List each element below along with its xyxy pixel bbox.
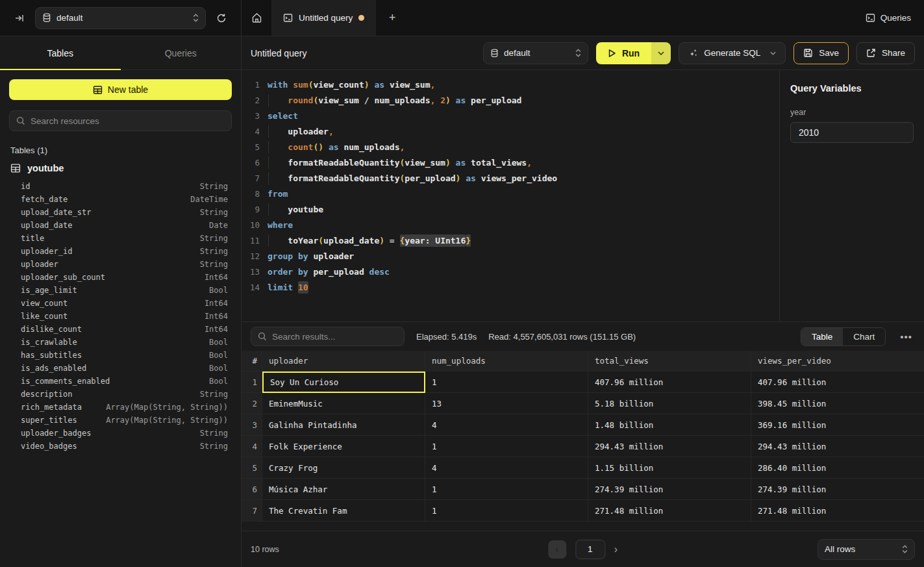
table-column[interactable]: upload_dateDate <box>9 219 232 232</box>
editor-line: 5 count() as num_uploads, <box>242 139 779 155</box>
data-cell[interactable]: Soy Un Curioso <box>262 372 425 393</box>
queries-button[interactable]: Queries <box>866 13 911 23</box>
data-cell[interactable]: 274.39 million <box>751 479 924 500</box>
data-cell[interactable]: Música Azhar <box>262 479 425 500</box>
refresh-icon[interactable] <box>212 9 231 27</box>
table-column[interactable]: idString <box>9 180 232 193</box>
unsaved-changes-dot <box>358 15 364 21</box>
save-button-label: Save <box>819 48 839 58</box>
sql-editor[interactable]: 1with sum(view_count) as view_sum,2 roun… <box>242 70 779 321</box>
share-button[interactable]: Share <box>856 42 915 64</box>
table-column[interactable]: is_comments_enabledBool <box>9 375 232 388</box>
results-header-cell[interactable]: total_views <box>588 351 751 372</box>
collapse-sidebar-icon[interactable] <box>10 9 29 27</box>
data-cell[interactable]: 4 <box>425 457 588 479</box>
data-cell[interactable]: The Crevatin Fam <box>262 500 425 522</box>
generate-sql-label: Generate SQL <box>704 48 760 58</box>
table-column[interactable]: titleString <box>9 232 232 245</box>
view-toggle-table[interactable]: Table <box>801 328 843 346</box>
tab-untitled-query[interactable]: Untitled query <box>271 0 376 36</box>
table-column[interactable]: has_subtitlesBool <box>9 349 232 362</box>
data-cell[interactable]: 286.40 million <box>751 457 924 479</box>
table-column[interactable]: like_countInt64 <box>9 310 232 323</box>
data-cell[interactable]: 1 <box>425 372 588 393</box>
table-column[interactable]: descriptionString <box>9 388 232 401</box>
data-cell[interactable]: 271.48 million <box>751 500 924 522</box>
data-cell[interactable]: 5.18 billion <box>588 393 751 414</box>
data-cell[interactable]: 294.43 million <box>588 436 751 457</box>
results-more-button[interactable]: ••• <box>897 331 915 342</box>
view-toggle-chart[interactable]: Chart <box>843 328 885 346</box>
column-name: is_ads_enabled <box>21 364 86 373</box>
variable-name-label: year <box>790 108 914 117</box>
query-variables-panel: Query Variables year <box>779 70 924 321</box>
topbar: default Untitled query + <box>0 0 924 36</box>
data-cell[interactable]: 398.45 million <box>751 393 924 414</box>
variable-year-input[interactable] <box>790 122 914 143</box>
run-button[interactable]: Run <box>596 42 651 64</box>
results-header-cell[interactable]: # <box>242 351 262 372</box>
data-cell[interactable]: 294.43 million <box>751 436 924 457</box>
results-header-cell[interactable]: uploader <box>262 351 425 372</box>
new-tab-button[interactable]: + <box>376 0 408 36</box>
data-cell[interactable]: 1 <box>425 436 588 457</box>
current-page[interactable]: 1 <box>575 540 605 559</box>
resource-search-input[interactable] <box>31 116 225 126</box>
editor-line: 12group by uploader <box>242 248 779 264</box>
table-column[interactable]: super_titlesArray(Map(String, String)) <box>9 414 232 427</box>
code-text: order by per_upload desc <box>260 267 390 277</box>
data-cell[interactable]: 1 <box>425 479 588 500</box>
table-column[interactable]: view_countInt64 <box>9 297 232 310</box>
table-column[interactable]: upload_date_strString <box>9 206 232 219</box>
data-cell[interactable]: 274.39 million <box>588 479 751 500</box>
data-cell[interactable]: 13 <box>425 393 588 414</box>
table-column[interactable]: is_age_limitBool <box>9 284 232 297</box>
data-cell[interactable]: 1 <box>425 500 588 522</box>
data-cell[interactable]: Folk Experience <box>262 436 425 457</box>
next-page-button[interactable]: › <box>614 544 618 555</box>
table-column[interactable]: uploader_sub_countInt64 <box>9 271 232 284</box>
prev-page-button[interactable]: ‹ <box>548 540 566 559</box>
generate-sql-button[interactable]: Generate SQL <box>679 42 786 64</box>
table-column[interactable]: uploader_badgesString <box>9 427 232 440</box>
save-button[interactable]: Save <box>793 42 849 64</box>
updown-chevron-icon <box>902 545 908 553</box>
results-search-input[interactable] <box>272 332 397 342</box>
data-cell[interactable]: 369.16 million <box>751 414 924 436</box>
terminal-icon <box>283 13 293 23</box>
data-cell[interactable]: Crazy Frog <box>262 457 425 479</box>
data-cell[interactable]: 407.96 million <box>751 372 924 393</box>
column-name: is_comments_enabled <box>21 377 110 386</box>
table-column[interactable]: video_badgesString <box>9 440 232 453</box>
table-column[interactable]: is_crawlableBool <box>9 336 232 349</box>
results-header-cell[interactable]: num_uploads <box>425 351 588 372</box>
database-selector[interactable]: default <box>35 7 206 29</box>
results-header-cell[interactable]: views_per_video <box>751 351 924 372</box>
data-cell[interactable]: 407.96 million <box>588 372 751 393</box>
data-cell[interactable]: 1.15 billion <box>588 457 751 479</box>
new-table-button[interactable]: New table <box>9 79 232 100</box>
sidebar-tab-tables[interactable]: Tables <box>0 36 121 69</box>
column-name: dislike_count <box>21 325 82 334</box>
sidebar-tab-queries[interactable]: Queries <box>121 36 242 69</box>
table-entry-youtube[interactable]: youtube <box>10 163 232 173</box>
data-cell[interactable]: Galinha Pintadinha <box>262 414 425 436</box>
table-column[interactable]: rich_metadataArray(Map(String, String)) <box>9 401 232 414</box>
table-column[interactable]: fetch_dateDateTime <box>9 193 232 206</box>
page-size-selector[interactable]: All rows <box>818 539 915 560</box>
table-column[interactable]: uploader_idString <box>9 245 232 258</box>
line-number: 14 <box>242 283 260 292</box>
table-column[interactable]: dislike_countInt64 <box>9 323 232 336</box>
data-cell[interactable]: EminemMusic <box>262 393 425 414</box>
column-type: String <box>200 247 228 256</box>
data-cell[interactable]: 271.48 million <box>588 500 751 522</box>
table-column[interactable]: is_ads_enabledBool <box>9 362 232 375</box>
data-cell[interactable]: 1.48 billion <box>588 414 751 436</box>
toolbar-database-selector[interactable]: default <box>483 42 588 64</box>
table-row: 4Folk Experience1294.43 million294.43 mi… <box>242 436 924 457</box>
home-icon[interactable] <box>242 0 271 36</box>
line-number: 9 <box>242 205 260 214</box>
data-cell[interactable]: 4 <box>425 414 588 436</box>
table-column[interactable]: uploaderString <box>9 258 232 271</box>
run-options-button[interactable] <box>651 42 671 64</box>
